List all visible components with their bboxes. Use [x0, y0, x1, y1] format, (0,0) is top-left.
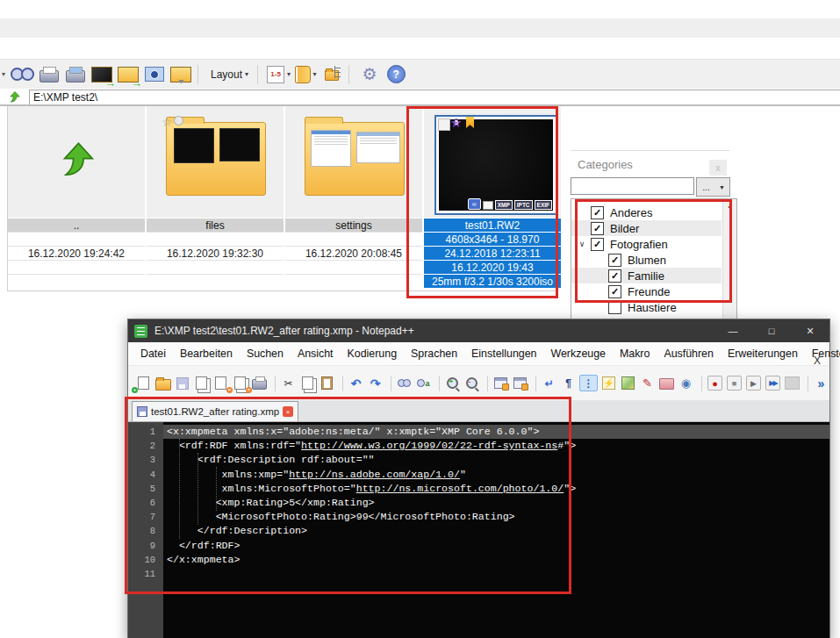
- file-item-files[interactable]: ☆ files 16.12.2020 19:32:30: [147, 106, 285, 290]
- show-symbols-icon[interactable]: ¶: [560, 376, 577, 391]
- function-list-icon[interactable]: ⚡: [600, 376, 617, 391]
- copy-icon[interactable]: [299, 376, 316, 391]
- menu-bearbeiten[interactable]: Bearbeiten: [173, 348, 240, 360]
- scroll-up-icon[interactable]: ▲: [723, 199, 736, 212]
- zoom-in-icon[interactable]: +: [444, 376, 461, 391]
- collapsed-chevron-icon[interactable]: ▾: [0, 63, 7, 86]
- close-file-icon[interactable]: ×: [212, 376, 229, 391]
- sync-vertical-icon[interactable]: [492, 376, 509, 391]
- checkbox[interactable]: ✓: [591, 206, 604, 219]
- tab-close-icon[interactable]: ×: [283, 406, 293, 417]
- categories-more-button[interactable]: ...: [696, 177, 716, 197]
- file-item-up[interactable]: .. 16.12.2020 19:24:42: [8, 106, 147, 290]
- menu-fenster[interactable]: Fenster: [805, 348, 840, 360]
- replace-icon[interactable]: a: [415, 376, 432, 391]
- menu-ausfuehren[interactable]: Ausführen: [657, 348, 720, 360]
- category-item-anderes[interactable]: ✓Anderes: [571, 204, 722, 220]
- notepad-titlebar[interactable]: E:\XMP test2\test01.RW2_after rating.xmp…: [128, 319, 829, 342]
- category-item-familie[interactable]: ✓Familie: [571, 268, 722, 283]
- checkbox[interactable]: [608, 301, 621, 314]
- close-button[interactable]: ×: [791, 319, 829, 342]
- categories-filter-input[interactable]: [571, 177, 694, 195]
- word-wrap-icon[interactable]: ↵: [541, 376, 557, 391]
- thumbnail-up[interactable]: [8, 106, 145, 218]
- checkbox[interactable]: ✓: [608, 254, 621, 267]
- screen-capture-icon[interactable]: [143, 63, 166, 86]
- print-icon[interactable]: [251, 376, 268, 391]
- collapse-arrow-icon[interactable]: ∨: [577, 240, 587, 248]
- path-input[interactable]: E:\XMP test2\: [29, 90, 840, 105]
- category-item-freunde[interactable]: ✓Freunde: [571, 283, 722, 299]
- file-item-settings[interactable]: settings 16.12.2020 20:08:45: [285, 106, 424, 290]
- help-icon[interactable]: ?: [384, 63, 407, 86]
- selection-checkbox-badge[interactable]: [438, 118, 450, 131]
- menu-suchen[interactable]: Suchen: [240, 348, 291, 360]
- notepad-editor[interactable]: 12 34 56 78 910 11 <x:xmpmeta xmlns:x="a…: [128, 422, 829, 638]
- close-all-icon[interactable]: ×: [232, 376, 248, 391]
- file-name[interactable]: settings: [285, 218, 422, 232]
- checkbox[interactable]: ✓: [608, 285, 621, 298]
- save-all-icon[interactable]: [193, 376, 210, 391]
- thumbnail-size-button[interactable]: 1-5▾: [267, 63, 291, 86]
- menu-datei[interactable]: Datei: [133, 348, 173, 360]
- code-area[interactable]: <x:xmpmeta xmlns:x="adobe:ns:meta/" x:xm…: [163, 422, 829, 638]
- panel-close-icon[interactable]: X: [814, 355, 821, 367]
- menu-einstellungen[interactable]: Einstellungen: [464, 348, 543, 360]
- menu-ansicht[interactable]: Ansicht: [291, 348, 341, 360]
- checkbox[interactable]: ✓: [591, 238, 604, 251]
- edit-pencil-icon[interactable]: ✎: [639, 376, 656, 391]
- maximize-button[interactable]: □: [752, 319, 791, 342]
- sync-horizontal-icon[interactable]: [512, 376, 528, 391]
- macro-record-icon[interactable]: ●: [707, 376, 723, 391]
- menu-werkzeuge[interactable]: Werkzeuge: [544, 348, 613, 360]
- categories-dropdown-button[interactable]: ▼: [714, 177, 730, 197]
- find-icon[interactable]: [396, 376, 413, 391]
- checkbox[interactable]: ✓: [608, 269, 621, 283]
- file-name[interactable]: files: [147, 218, 284, 232]
- file-item-test01[interactable]: ★5 ∞ XMP IPTC EXIF test01.RW2 4608x3464 …: [424, 106, 563, 290]
- macro-save-icon[interactable]: [784, 376, 801, 391]
- search-icon[interactable]: [11, 63, 34, 86]
- redo-icon[interactable]: ↷: [367, 376, 384, 391]
- undo-icon[interactable]: ↶: [348, 376, 364, 391]
- macro-run-multiple-icon[interactable]: ▶▶: [765, 376, 781, 391]
- favorites-menu-button[interactable]: ▾: [294, 63, 317, 86]
- thumbnail-folder-settings[interactable]: [285, 106, 422, 218]
- toolbar-overflow-icon[interactable]: »: [813, 376, 829, 391]
- category-item-fotografien[interactable]: ∨✓Fotografien: [571, 236, 722, 252]
- settings-gear-icon[interactable]: ⚙: [358, 63, 381, 86]
- print-setup-icon[interactable]: [64, 63, 87, 86]
- indent-guide-icon[interactable]: ⋮: [579, 375, 598, 391]
- category-item-blumen[interactable]: ✓Blumen: [571, 252, 722, 268]
- categories-close-button[interactable]: x: [709, 160, 727, 176]
- folder-tree-icon[interactable]: [320, 63, 343, 86]
- tab-test01-xmp[interactable]: test01.RW2_after rating.xmp ×: [132, 401, 298, 421]
- print-icon[interactable]: [38, 63, 61, 86]
- zoom-out-icon[interactable]: -: [463, 376, 480, 391]
- checkbox[interactable]: ✓: [591, 222, 604, 235]
- document-map-icon[interactable]: [620, 376, 636, 391]
- category-item-haustiere[interactable]: Haustiere: [571, 299, 722, 315]
- scrollbar[interactable]: ▲: [722, 199, 736, 319]
- slideshow-icon[interactable]: [169, 63, 192, 86]
- open-file-icon[interactable]: [154, 376, 171, 391]
- menu-makro[interactable]: Makro: [613, 348, 657, 360]
- new-file-icon[interactable]: +: [135, 376, 152, 391]
- macro-stop-icon[interactable]: ■: [726, 376, 743, 391]
- minimize-button[interactable]: —: [714, 319, 752, 342]
- menu-erweiterungen[interactable]: Erweiterungen: [721, 348, 805, 360]
- menu-sprachen[interactable]: Sprachen: [404, 348, 464, 360]
- layout-menu-button[interactable]: Layout▾: [207, 63, 252, 86]
- save-icon[interactable]: [174, 376, 190, 391]
- file-name[interactable]: ..: [8, 218, 145, 232]
- menu-kodierung[interactable]: Kodierung: [341, 348, 405, 360]
- thumbnail-test01[interactable]: ★5 ∞ XMP IPTC EXIF: [424, 106, 561, 218]
- convert-icon[interactable]: →: [90, 63, 113, 86]
- batch-convert-icon[interactable]: →: [117, 63, 140, 86]
- paste-icon[interactable]: [319, 376, 335, 391]
- category-item-bilder[interactable]: ✓Bilder: [571, 220, 722, 236]
- go-up-button[interactable]: [6, 90, 22, 104]
- document-monitor-icon[interactable]: ◉: [678, 376, 694, 391]
- macro-play-icon[interactable]: ▶: [745, 376, 762, 391]
- file-name[interactable]: test01.RW2: [424, 218, 561, 232]
